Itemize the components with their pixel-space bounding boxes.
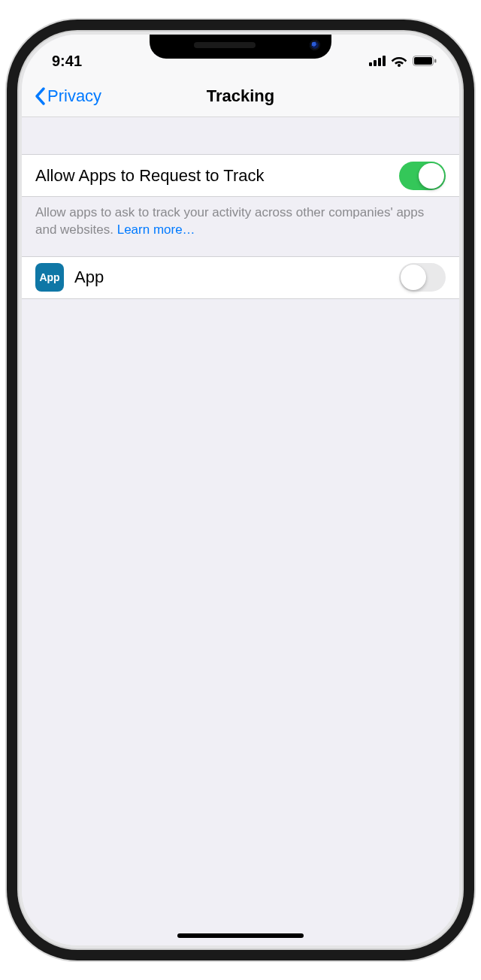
status-icons: [369, 55, 437, 67]
svg-rect-3: [383, 56, 386, 66]
toggle-allow-request[interactable]: [399, 162, 446, 190]
content-area: Allow Apps to Request to Track Allow app…: [22, 117, 459, 945]
speaker-grill: [194, 42, 256, 48]
row-allow-apps-to-request: Allow Apps to Request to Track: [22, 154, 459, 197]
wifi-icon: [391, 55, 407, 67]
iphone-device-frame: 9:41 Privacy: [19, 32, 462, 948]
row-label: Allow Apps to Request to Track: [35, 166, 399, 186]
nav-bar: Privacy Tracking: [22, 75, 459, 117]
cellular-icon: [369, 56, 386, 66]
status-time: 9:41: [52, 53, 82, 70]
learn-more-link[interactable]: Learn more…: [117, 222, 195, 237]
footer-text: Allow apps to ask to track your activity…: [35, 205, 424, 237]
toggle-app-tracking[interactable]: [399, 263, 446, 292]
row-label: App: [74, 268, 399, 287]
svg-point-4: [398, 64, 401, 67]
svg-rect-2: [378, 58, 381, 66]
svg-rect-7: [434, 59, 437, 63]
svg-rect-1: [374, 60, 377, 66]
toggle-knob: [419, 163, 444, 189]
app-icon: App: [35, 263, 64, 292]
battery-icon: [413, 56, 437, 66]
page-title: Tracking: [22, 86, 459, 106]
svg-rect-6: [414, 57, 432, 65]
row-app-tracking: App App: [22, 256, 459, 299]
notch: [150, 32, 331, 59]
front-camera: [310, 40, 320, 50]
svg-rect-0: [369, 62, 372, 66]
home-indicator[interactable]: [177, 933, 304, 938]
toggle-knob: [401, 265, 426, 290]
section-footer: Allow apps to ask to track your activity…: [22, 197, 459, 239]
